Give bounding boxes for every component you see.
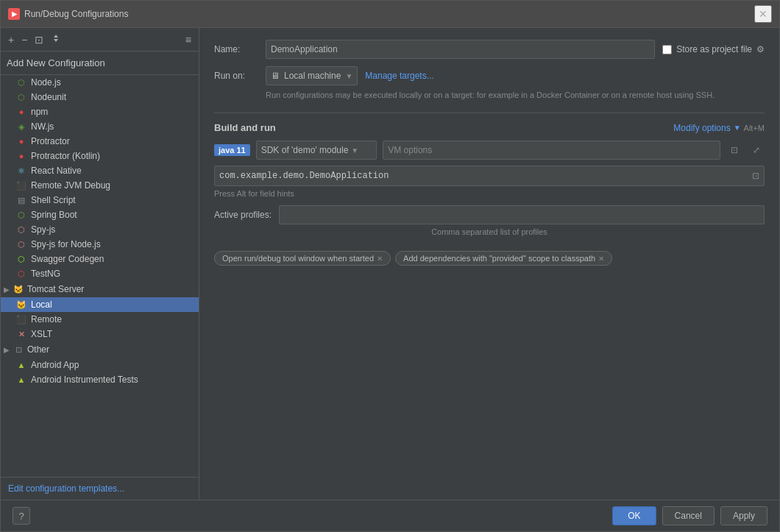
modify-options-label: Modify options <box>673 123 730 133</box>
sidebar-item-spy-js[interactable]: ⬡ Spy-js <box>1 222 199 237</box>
sdk-dropdown[interactable]: SDK of 'demo' module ▼ <box>256 141 377 160</box>
sidebar-item-swagger[interactable]: ⬡ Swagger Codegen <box>1 252 199 266</box>
build-run-section-header: Build and run Modify options ▼ Alt+M <box>214 122 765 133</box>
sidebar-item-npm[interactable]: ● npm <box>1 104 199 119</box>
field-hint: Press Alt for field hints <box>214 189 765 198</box>
tomcat-server-group[interactable]: ▶ 🐱 Tomcat Server <box>1 281 199 297</box>
new-config-section: Add New Configuration <box>1 52 199 75</box>
copy-config-button[interactable]: ⊡ <box>32 32 46 48</box>
java-badge: java 11 <box>214 144 250 156</box>
run-on-dropdown[interactable]: 🖥 Local machine ▼ <box>266 66 358 85</box>
main-content: + − ⊡ ≡ Add New Configuration ⬡ Node.js <box>1 28 779 500</box>
protractor-icon: ● <box>15 135 27 147</box>
profiles-hint: Comma separated list of profiles <box>214 227 765 236</box>
remove-config-button[interactable]: − <box>18 32 30 48</box>
tag-open-window-close[interactable]: ✕ <box>377 255 383 263</box>
sidebar-item-nwjs[interactable]: ◈ NW.js <box>1 119 199 134</box>
sidebar-item-remote-jvm[interactable]: ⬛ Remote JVM Debug <box>1 178 199 193</box>
shell-script-icon: ▤ <box>15 194 27 206</box>
add-config-button[interactable]: + <box>5 32 17 48</box>
run-on-label: Run on: <box>214 71 258 81</box>
swagger-icon: ⬡ <box>15 253 27 265</box>
right-panel: Name: Store as project file ⚙ Run on: 🖥 … <box>199 28 779 500</box>
edit-templates-link[interactable]: Edit configuration templates... <box>8 483 124 494</box>
vm-options-expand-btn[interactable]: ⊡ <box>726 143 742 157</box>
other-group[interactable]: ▶ ⊡ Other <box>1 341 199 358</box>
close-button[interactable]: ✕ <box>754 5 772 23</box>
sidebar-item-nodeunit[interactable]: ⬡ Nodeunit <box>1 90 199 104</box>
name-input[interactable] <box>266 40 655 59</box>
apply-button[interactable]: Apply <box>720 506 767 525</box>
npm-icon: ● <box>15 106 27 118</box>
sidebar-item-android-app[interactable]: ▲ Android App <box>1 358 199 372</box>
spy-js-label: Spy-js <box>31 224 55 235</box>
cancel-button[interactable]: Cancel <box>662 506 715 525</box>
sidebar-item-shell-script[interactable]: ▤ Shell Script <box>1 193 199 208</box>
main-class-row: ⊡ <box>214 166 765 186</box>
sidebar-item-local[interactable]: 🐱 Local <box>1 297 199 312</box>
run-on-row: Run on: 🖥 Local machine ▼ Manage targets… <box>214 66 765 85</box>
sidebar-item-spring-boot[interactable]: ⬡ Spring Boot <box>1 208 199 222</box>
main-class-input[interactable] <box>215 166 748 185</box>
main-class-copy-btn[interactable]: ⊡ <box>748 169 764 183</box>
local-icon: 🐱 <box>15 299 27 311</box>
tomcat-group-icon: 🐱 <box>13 283 24 295</box>
help-button[interactable]: ? <box>13 507 30 525</box>
run-on-value: Local machine <box>284 71 341 81</box>
local-machine-icon: 🖥 <box>271 71 280 81</box>
ok-button[interactable]: OK <box>612 506 656 525</box>
sidebar-item-spy-js-node[interactable]: ⬡ Spy-js for Node.js <box>1 237 199 252</box>
xslt-label: XSLT <box>31 329 52 339</box>
divider <box>214 113 765 113</box>
shell-script-label: Shell Script <box>31 195 76 205</box>
modify-options-button[interactable]: Modify options ▼ Alt+M <box>673 123 765 133</box>
sdk-dropdown-arrow: ▼ <box>351 146 358 155</box>
pin-config-button[interactable]: ≡ <box>182 32 194 48</box>
active-profiles-input[interactable] <box>279 205 765 224</box>
vm-options-fullscreen-btn[interactable]: ⤢ <box>748 143 765 157</box>
other-group-icon: ⊡ <box>13 344 24 355</box>
store-checkbox[interactable] <box>662 45 672 54</box>
android-app-icon: ▲ <box>15 359 27 371</box>
active-profiles-label: Active profiles: <box>214 210 272 220</box>
store-checkbox-row: Store as project file ⚙ <box>662 44 765 54</box>
tag-dependencies[interactable]: Add dependencies with "provided" scope t… <box>395 251 612 266</box>
other-chevron: ▶ <box>4 346 10 354</box>
spring-boot-label: Spring Boot <box>31 210 77 220</box>
run-on-hint: Run configurations may be executed local… <box>266 90 765 101</box>
dialog-title: Run/Debug Configurations <box>24 9 128 19</box>
store-label: Store as project file <box>676 44 752 54</box>
xslt-icon: ✕ <box>15 328 27 340</box>
sidebar-item-nodejs[interactable]: ⬡ Node.js <box>1 75 199 90</box>
tag-open-window-label: Open run/debug tool window when started <box>222 254 374 263</box>
sidebar-item-react-native[interactable]: ⚛ React Native <box>1 163 199 178</box>
tag-dependencies-close[interactable]: ✕ <box>598 255 604 263</box>
sidebar-item-protractor[interactable]: ● Protractor <box>1 134 199 149</box>
java-sdk-row: java 11 SDK of 'demo' module ▼ VM option… <box>214 141 765 160</box>
sidebar-item-android-instrumented[interactable]: ▲ Android Instrumented Tests <box>1 372 199 387</box>
chevron-down-icon: ▼ <box>734 124 741 132</box>
sidebar-item-remote[interactable]: ⬛ Remote <box>1 312 199 327</box>
sidebar-item-xslt[interactable]: ✕ XSLT <box>1 327 199 341</box>
testng-label: TestNG <box>31 269 60 279</box>
move-config-button[interactable] <box>48 31 64 48</box>
name-row: Name: Store as project file ⚙ <box>214 40 765 59</box>
remote-jvm-label: Remote JVM Debug <box>31 180 110 191</box>
manage-targets-link[interactable]: Manage targets... <box>365 71 433 81</box>
spy-js-node-label: Spy-js for Node.js <box>31 239 101 249</box>
android-instrumented-label: Android Instrumented Tests <box>31 375 138 385</box>
config-tree[interactable]: Add New Configuration ⬡ Node.js ⬡ Nodeun… <box>1 52 199 477</box>
spy-js-icon: ⬡ <box>15 224 27 235</box>
local-label: Local <box>31 299 52 310</box>
remote-label: Remote <box>31 314 62 324</box>
sidebar-item-testng[interactable]: ⬡ TestNG <box>1 266 199 281</box>
android-instr-icon: ▲ <box>15 374 27 386</box>
vm-options-input[interactable]: VM options <box>383 141 720 160</box>
modify-shortcut: Alt+M <box>744 124 765 132</box>
react-native-icon: ⚛ <box>15 165 27 177</box>
tag-open-window[interactable]: Open run/debug tool window when started … <box>214 251 391 266</box>
new-config-label[interactable]: Add New Configuration <box>7 57 105 68</box>
other-group-label: Other <box>27 344 49 355</box>
sidebar-item-protractor-kotlin[interactable]: ● Protractor (Kotlin) <box>1 149 199 163</box>
title-bar: ▶ Run/Debug Configurations ✕ <box>1 1 779 28</box>
